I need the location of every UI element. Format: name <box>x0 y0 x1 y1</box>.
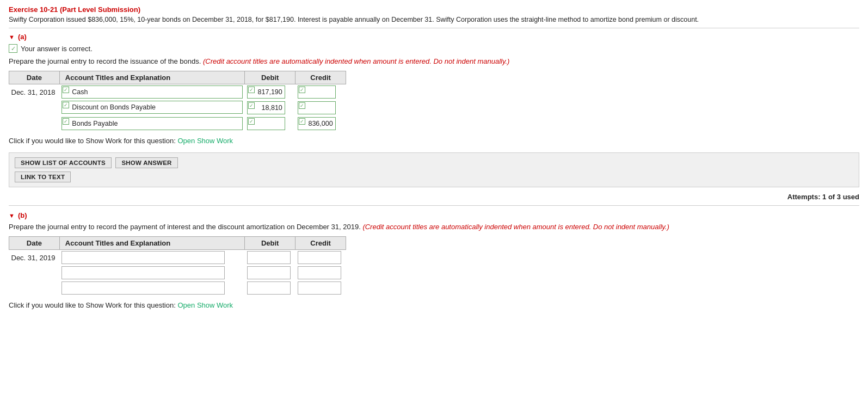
section-divider-mid <box>9 205 859 206</box>
show-work-line-a: Click if you would like to Show Work for… <box>9 137 859 145</box>
credit-cell-b2 <box>296 265 346 280</box>
account-cell-b3 <box>59 280 244 296</box>
credit-check-2: ✓ <box>299 102 305 109</box>
field-check-2a: ✓ <box>63 102 69 108</box>
credit-check-1: ✓ <box>299 87 305 93</box>
credit-cell-1: ✓ <box>296 84 346 100</box>
attempts-line: Attempts: 1 of 3 used <box>9 193 859 201</box>
credit-input-b1[interactable] <box>298 251 341 264</box>
account-cell-2: ✓ <box>59 100 244 116</box>
debit-check-3: ✓ <box>248 118 255 125</box>
debit-input-b1[interactable] <box>247 251 291 264</box>
instruction-b: Prepare the journal entry to record the … <box>9 223 859 231</box>
col-credit-a: Credit <box>296 71 346 84</box>
debit-cell-2: ✓ <box>245 100 296 116</box>
show-answer-button-a[interactable]: SHOW ANSWER <box>115 157 177 168</box>
exercise-title: Exercise 10-21 (Part Level Submission) <box>9 5 859 14</box>
credit-note-a: (Credit account titles are automatically… <box>203 57 509 65</box>
debit-input-b3[interactable] <box>247 281 291 295</box>
account-cell-3: ✓ <box>59 116 244 131</box>
table-row <box>9 265 346 280</box>
account-input-b1[interactable] <box>61 251 225 264</box>
account-input-2[interactable] <box>61 101 242 114</box>
debit-cell-1: ✓ <box>245 84 296 100</box>
collapse-icon-a[interactable]: ▼ <box>9 34 15 40</box>
table-row: ✓ ✓ ✓ <box>9 116 346 131</box>
field-check-1: ✓ <box>63 87 69 93</box>
credit-cell-b1 <box>296 250 346 266</box>
show-list-button-a[interactable]: SHOW LIST OF ACCOUNTS <box>15 157 112 168</box>
open-show-work-link-b[interactable]: Open Show Work <box>177 301 233 309</box>
debit-check-2: ✓ <box>248 102 255 109</box>
account-cell-1: ✓ <box>59 84 244 100</box>
table-row: Dec. 31, 2018 ✓ ✓ ✓ <box>9 84 346 100</box>
account-input-3[interactable] <box>61 117 242 130</box>
debit-check-1: ✓ <box>248 87 255 93</box>
account-input-b2[interactable] <box>61 266 225 279</box>
part-b-header: ▼ (b) <box>9 211 859 219</box>
col-debit-b: Debit <box>245 237 296 250</box>
col-debit-a: Debit <box>245 71 296 84</box>
correct-checkmark: ✓ <box>9 44 17 53</box>
part-a-label: (a) <box>18 33 27 41</box>
table-row: Dec. 31, 2019 <box>9 250 346 266</box>
credit-note-b: (Credit account titles are automatically… <box>362 223 669 231</box>
col-date-b: Date <box>9 237 60 250</box>
col-account-a: Account Titles and Explanation <box>59 71 244 84</box>
credit-input-b3[interactable] <box>298 281 341 295</box>
journal-table-a: Date Account Titles and Explanation Debi… <box>9 71 346 131</box>
part-b-label: (b) <box>18 211 27 219</box>
date-cell-3 <box>9 116 60 131</box>
link-to-text-button-a[interactable]: LINK TO TEXT <box>15 172 71 182</box>
credit-cell-2: ✓ <box>296 100 346 116</box>
debit-cell-b2 <box>245 265 296 280</box>
credit-check-3: ✓ <box>299 118 305 125</box>
section-divider-top <box>9 28 859 28</box>
table-row <box>9 280 346 296</box>
col-account-b: Account Titles and Explanation <box>59 237 244 250</box>
date-cell-2 <box>9 100 60 116</box>
show-work-line-b: Click if you would like to Show Work for… <box>9 301 859 309</box>
account-input-b3[interactable] <box>61 281 225 295</box>
debit-cell-b1 <box>245 250 296 266</box>
account-cell-b2 <box>59 265 244 280</box>
debit-cell-b3 <box>245 280 296 296</box>
open-show-work-link-a[interactable]: Open Show Work <box>177 137 233 145</box>
col-date-a: Date <box>9 71 60 84</box>
account-input-1[interactable] <box>61 85 242 99</box>
account-cell-b1 <box>59 250 244 266</box>
credit-cell-3: ✓ <box>296 116 346 131</box>
correct-message: Your answer is correct. <box>21 45 93 53</box>
field-check-3a: ✓ <box>63 118 69 125</box>
table-row: ✓ ✓ ✓ <box>9 100 346 116</box>
intro-text: Swifty Corporation issued $836,000, 15%,… <box>9 16 859 23</box>
credit-cell-b3 <box>296 280 346 296</box>
date-cell-b1: Dec. 31, 2019 <box>9 250 60 266</box>
debit-cell-3: ✓ <box>245 116 296 131</box>
part-a-header: ▼ (a) <box>9 33 859 41</box>
journal-table-b: Date Account Titles and Explanation Debi… <box>9 236 346 296</box>
date-cell-b3 <box>9 280 60 296</box>
col-credit-b: Credit <box>296 237 346 250</box>
button-bar-a: SHOW LIST OF ACCOUNTS SHOW ANSWER LINK T… <box>9 152 859 187</box>
collapse-icon-b[interactable]: ▼ <box>9 212 15 219</box>
debit-input-b2[interactable] <box>247 266 291 279</box>
date-cell-b2 <box>9 265 60 280</box>
instruction-a: Prepare the journal entry to record the … <box>9 57 859 65</box>
credit-input-b2[interactable] <box>298 266 341 279</box>
date-cell-1: Dec. 31, 2018 <box>9 84 60 100</box>
correct-banner: ✓ Your answer is correct. <box>9 44 859 53</box>
